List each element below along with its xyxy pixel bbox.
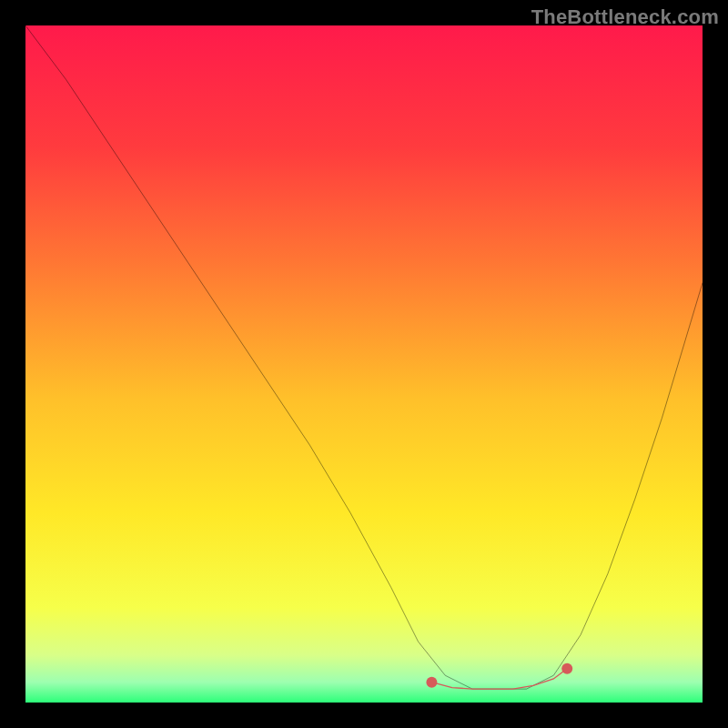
chart-frame: TheBottleneck.com	[0, 0, 728, 728]
chart-svg	[25, 25, 703, 703]
watermark-text: TheBottleneck.com	[531, 5, 719, 29]
plot-area	[25, 25, 703, 703]
bottleneck-curve	[25, 25, 703, 689]
range-left-marker	[426, 677, 437, 688]
range-right-marker	[561, 663, 572, 674]
range-markers	[426, 663, 572, 688]
